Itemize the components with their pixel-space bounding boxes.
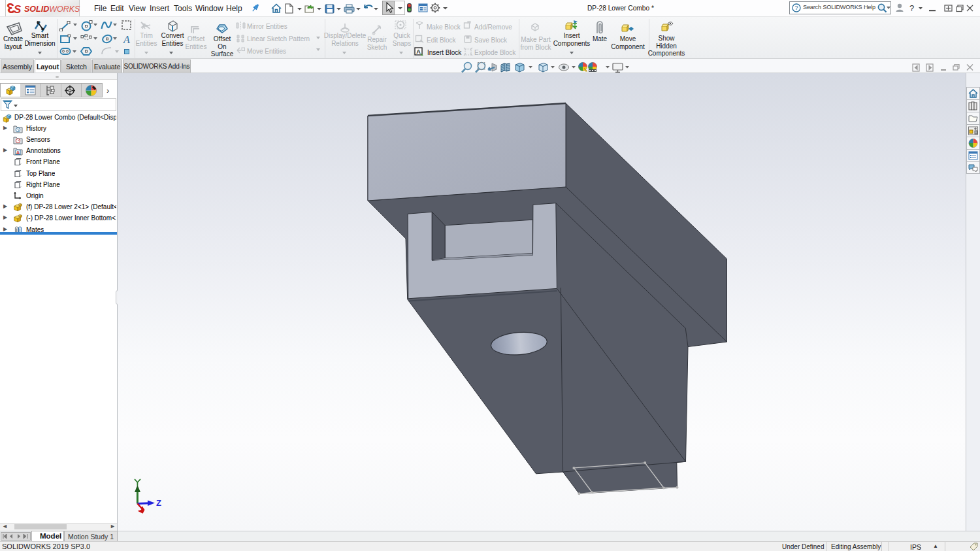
svg-text:?: ? xyxy=(794,5,798,11)
svg-text:A: A xyxy=(16,150,20,155)
svg-text:A: A xyxy=(123,34,130,45)
svg-text:A: A xyxy=(416,48,421,55)
svg-text:?: ? xyxy=(909,3,914,13)
svg-text:Z: Z xyxy=(156,498,161,508)
svg-text:S: S xyxy=(14,3,22,16)
